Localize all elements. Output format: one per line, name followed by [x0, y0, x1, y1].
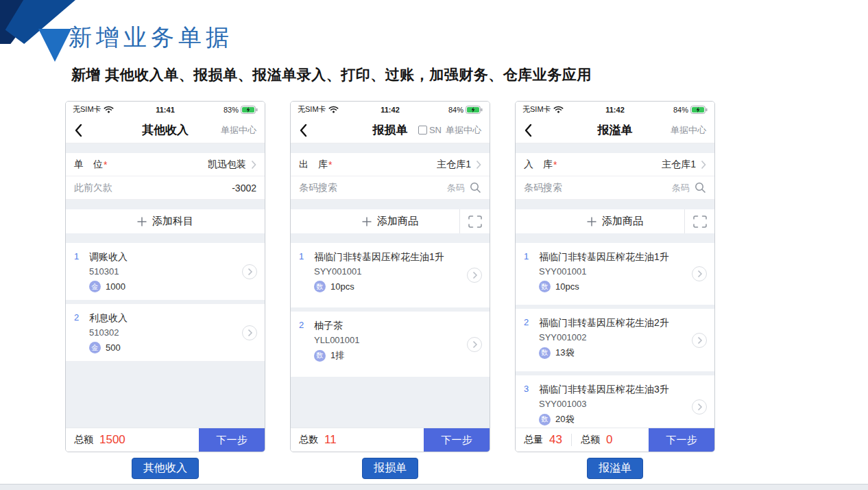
- wifi-icon: [328, 106, 339, 113]
- screen-title: 报溢单: [598, 122, 633, 138]
- quantity-badge: 数: [314, 281, 326, 292]
- item-index: 2: [524, 316, 532, 329]
- chevron-right-icon: [251, 160, 256, 170]
- plus-icon: [362, 217, 372, 226]
- required-asterisk: *: [553, 159, 557, 170]
- list-item[interactable]: 3 福临门非转基因压榨花生油3升 SYY001003 数 20袋: [516, 375, 714, 428]
- chevron-circle-icon[interactable]: [691, 399, 708, 415]
- barcode-scan-button[interactable]: [459, 209, 490, 233]
- list-item[interactable]: 1 福临门非转基因压榨花生油1升 SYY001001 数 10pcs: [291, 243, 490, 307]
- battery-charging-icon: [690, 106, 708, 114]
- barcode-search-row[interactable]: 条码搜索 条码: [291, 176, 490, 200]
- required-asterisk: *: [104, 159, 107, 170]
- item-list: 1 调账收入 510301 金 1000 2 利息收入 510302 金: [66, 233, 265, 428]
- item-code: 510301: [89, 265, 237, 278]
- back-button[interactable]: [524, 124, 532, 137]
- status-bar: 无SIM卡 11:41 83%: [66, 102, 265, 117]
- chevron-circle-icon[interactable]: [466, 336, 483, 353]
- slide-bottom-edge: [0, 484, 868, 490]
- add-subject-button[interactable]: 添加科目: [66, 209, 265, 233]
- quantity-badge: 数: [539, 347, 551, 359]
- scan-icon: [693, 215, 707, 228]
- screen-title: 报损单: [373, 122, 408, 138]
- screen-title: 其他收入: [142, 122, 189, 138]
- field-row-warehouse-in[interactable]: 入 库* 主仓库1: [516, 153, 714, 176]
- item-quantity: 13袋: [555, 347, 574, 359]
- field-value: 凯迅包装: [208, 159, 246, 171]
- add-product-button[interactable]: 添加商品: [516, 209, 714, 233]
- required-asterisk: *: [328, 159, 332, 170]
- item-code: SYY001002: [539, 331, 687, 344]
- bottom-bar: 总量 43 总额 0 下一步: [516, 428, 714, 452]
- item-name: 福临门非转基因压榨花生油1升: [314, 250, 444, 264]
- battery-percent: 84%: [673, 106, 688, 114]
- document-center-link[interactable]: 单据中心: [446, 124, 481, 137]
- add-product-button[interactable]: 添加商品: [291, 209, 490, 233]
- item-amount: 1000: [106, 281, 125, 292]
- item-quantity: 10pcs: [555, 281, 579, 292]
- item-index: 2: [299, 319, 307, 332]
- sn-checkbox-group[interactable]: SN: [418, 125, 442, 135]
- document-center-link[interactable]: 单据中心: [671, 124, 706, 137]
- total-label: 总数: [299, 434, 318, 446]
- separator-band: [516, 200, 714, 209]
- plus-icon: [137, 217, 147, 226]
- search-icon[interactable]: [695, 182, 706, 194]
- search-icon[interactable]: [470, 182, 481, 194]
- nav-bar: 其他收入 单据中心: [66, 117, 265, 143]
- next-step-button[interactable]: 下一步: [649, 428, 714, 452]
- decoration-triangle: [38, 29, 71, 62]
- chevron-circle-icon[interactable]: [241, 325, 258, 341]
- chevron-circle-icon[interactable]: [691, 266, 708, 282]
- barcode-search-row[interactable]: 条码搜索 条码: [516, 176, 714, 200]
- field-label: 单 位: [74, 159, 103, 171]
- next-step-button[interactable]: 下一步: [199, 428, 265, 452]
- total-quantity-value: 43: [549, 433, 562, 447]
- chevron-circle-icon[interactable]: [466, 267, 483, 283]
- separator-band: [291, 200, 490, 209]
- total-amount-label: 总额: [581, 434, 600, 446]
- item-index: 2: [74, 312, 82, 325]
- tag-button-loss-report[interactable]: 报损单: [362, 458, 418, 479]
- phone-screenshot-loss-report: 无SIM卡 11:42 84% 报损单 SN 单据中心 出 库*: [290, 101, 490, 452]
- phone-screenshot-overflow-report: 无SIM卡 11:42 84% 报溢单 单据中心 入 库* 主仓库1: [515, 101, 715, 452]
- status-time: 11:41: [134, 106, 196, 114]
- back-button[interactable]: [74, 124, 82, 137]
- separator-band: [516, 143, 714, 153]
- field-label: 条码搜索: [524, 182, 562, 194]
- chevron-circle-icon[interactable]: [241, 264, 258, 280]
- chevron-right-icon: [476, 160, 481, 170]
- document-center-link[interactable]: 单据中心: [221, 124, 256, 137]
- battery-percent: 83%: [224, 106, 239, 114]
- list-item[interactable]: 2 福临门非转基因压榨花生油2升 SYY001002 数 13袋: [516, 309, 714, 371]
- status-bar: 无SIM卡 11:42 84%: [516, 102, 714, 117]
- item-code: 510302: [89, 326, 237, 339]
- total-value: 1500: [99, 433, 125, 447]
- amount-badge: 金: [89, 281, 101, 292]
- phone-screenshot-other-income: 无SIM卡 11:41 83% 其他收入 单据中心 单 位* 凯迅包装: [65, 101, 265, 452]
- carrier-label: 无SIM卡: [73, 104, 101, 115]
- field-row-warehouse-out[interactable]: 出 库* 主仓库1: [291, 153, 490, 176]
- list-item[interactable]: 2 柚子茶 YLL001001 数 1排: [291, 312, 490, 377]
- list-item[interactable]: 2 利息收入 510302 金 500: [66, 304, 265, 361]
- divider: [571, 434, 572, 446]
- total-value: 11: [324, 433, 337, 447]
- tag-button-other-income[interactable]: 其他收入: [132, 458, 199, 479]
- barcode-scan-button[interactable]: [684, 209, 714, 233]
- item-code: SYY001003: [539, 397, 687, 410]
- tag-button-overflow-report[interactable]: 报溢单: [587, 458, 643, 479]
- chevron-circle-icon[interactable]: [691, 332, 708, 349]
- next-step-button[interactable]: 下一步: [424, 428, 490, 452]
- sn-checkbox[interactable]: [418, 126, 427, 135]
- field-row-unit[interactable]: 单 位* 凯迅包装: [66, 153, 265, 176]
- quantity-badge: 数: [314, 350, 326, 362]
- status-time: 11:42: [584, 106, 646, 114]
- list-item[interactable]: 1 福临门非转基因压榨花生油1升 SYY001001 数 10pcs: [516, 243, 714, 305]
- list-item[interactable]: 1 调账收入 510301 金 1000: [66, 243, 265, 300]
- field-row-previous-debt: 此前欠款 -3002: [66, 176, 265, 200]
- back-button[interactable]: [299, 124, 307, 137]
- item-name: 福临门非转基因压榨花生油1升: [539, 250, 669, 264]
- wifi-icon: [104, 106, 114, 113]
- page-subtitle: 新增 其他收入单、报损单、报溢单录入、打印、过账，加强财务、仓库业务应用: [71, 65, 592, 84]
- amount-badge: 金: [89, 342, 101, 353]
